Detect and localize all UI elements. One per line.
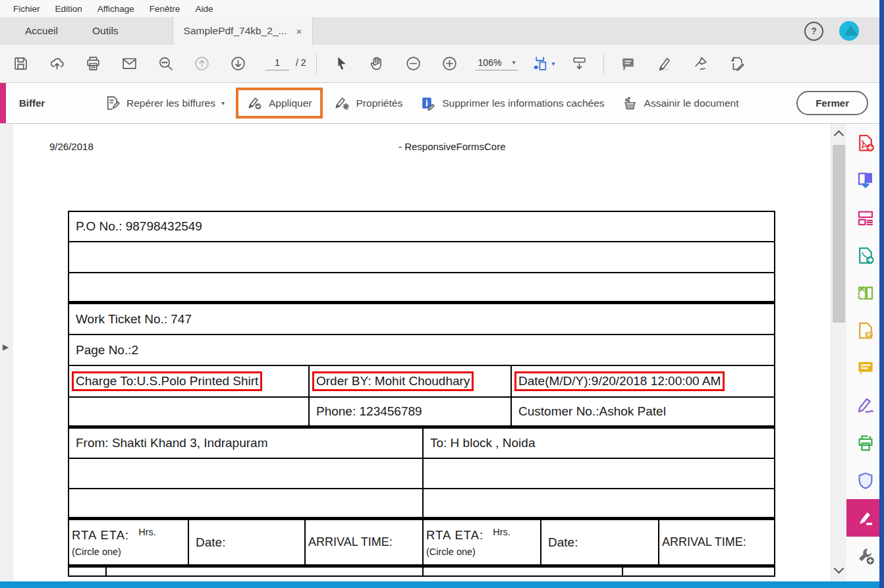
- request-signatures-icon: [856, 321, 875, 340]
- close-redact-button[interactable]: Fermer: [796, 91, 868, 115]
- apply-redactions-label: Appliquer: [269, 97, 312, 109]
- page-number-input[interactable]: [265, 57, 289, 70]
- date-label: Date:: [548, 535, 578, 550]
- page-no-value: Page No.:2: [76, 343, 138, 358]
- page-navigation: / 2: [265, 57, 306, 70]
- charge-to-value: Charge To:U.S.Polo Printed Shirt: [76, 374, 258, 388]
- menu-bar: Fichier Edition Affichage Fenêtre Aide: [0, 0, 884, 17]
- toolbar-divider: [603, 54, 604, 74]
- search-zoom-icon: [157, 55, 174, 72]
- scrollbar-thumb[interactable]: [833, 145, 845, 323]
- redact-toolbar: Biffer Repérer les biffures ▾ Appliquer …: [0, 83, 884, 124]
- select-tool-button[interactable]: [323, 55, 359, 72]
- redaction-properties-label: Propriétés: [356, 97, 403, 109]
- empty-cell: [69, 459, 424, 488]
- empty-cell: [623, 568, 774, 575]
- chevron-down-icon: ▾: [551, 60, 555, 67]
- sanitize-document-button[interactable]: Assainir le document: [622, 95, 739, 111]
- vertical-scrollbar[interactable]: [831, 124, 846, 581]
- document-title-header: - ResponsiveFormsCore: [399, 141, 506, 152]
- menu-fenetre[interactable]: Fenêtre: [144, 4, 190, 14]
- empty-cell: [69, 398, 310, 425]
- date-value: Date(M/D/Y):9/20/2018 12:00:00 AM: [518, 374, 721, 388]
- comment-bubble-icon: [856, 358, 875, 378]
- order-by-cell: Order BY: Mohit Choudhary: [310, 366, 512, 396]
- menu-affichage[interactable]: Affichage: [92, 4, 144, 14]
- tool-export-pdf[interactable]: [846, 161, 884, 199]
- avatar[interactable]: [839, 21, 859, 41]
- redaction-properties-button[interactable]: Propriétés: [334, 95, 403, 111]
- toolbar-pin-icon: [571, 55, 588, 72]
- help-icon[interactable]: ?: [804, 22, 823, 41]
- scroll-up-icon[interactable]: [834, 130, 844, 141]
- organize-pages-icon: [856, 283, 875, 303]
- zoom-in-button[interactable]: [431, 55, 468, 72]
- highlighter-icon: [656, 55, 673, 72]
- cloud-upload-button[interactable]: [39, 55, 75, 72]
- tool-request-signatures[interactable]: [846, 311, 884, 349]
- tool-more-tools[interactable]: [846, 537, 884, 574]
- close-tab-icon[interactable]: ×: [296, 26, 302, 37]
- wrench-icon: [856, 546, 875, 566]
- sign-tool-button[interactable]: [682, 55, 719, 72]
- zoom-out-button[interactable]: [395, 55, 431, 72]
- redaction-mark[interactable]: Order BY: Mohit Choudhary: [312, 371, 474, 391]
- acrobat-window: Fichier Edition Affichage Fenêtre Aide A…: [0, 0, 884, 588]
- save-button[interactable]: [3, 55, 39, 72]
- cursor-icon: [333, 55, 349, 72]
- tab-outils[interactable]: Outils: [75, 17, 136, 45]
- tool-create-pdf[interactable]: [846, 124, 884, 161]
- menu-aide[interactable]: Aide: [190, 4, 223, 14]
- tool-fill-sign[interactable]: [846, 387, 884, 424]
- menu-fichier[interactable]: Fichier: [8, 4, 50, 14]
- export-pdf-icon: [856, 171, 875, 190]
- search-zoom-button[interactable]: [148, 55, 184, 72]
- empty-cell: [69, 242, 774, 272]
- table-row: [69, 489, 774, 520]
- nav-pane-toggle-icon[interactable]: ▶: [3, 342, 9, 352]
- redact-accent-bar: [0, 83, 6, 123]
- tool-edit-pdf[interactable]: [846, 199, 884, 236]
- chevron-down-icon: ▾: [221, 99, 225, 107]
- scroll-down-icon[interactable]: [834, 564, 844, 574]
- menu-edition[interactable]: Edition: [50, 4, 92, 14]
- remove-hidden-info-button[interactable]: Supprimer les informations cachées: [420, 95, 604, 111]
- create-pdf-icon: [856, 133, 875, 153]
- customize-toolbar-button[interactable]: [561, 55, 597, 72]
- page-display-mode-button[interactable]: ▾: [532, 55, 555, 72]
- mark-for-redaction-button[interactable]: Repérer les biffures ▾: [104, 95, 225, 111]
- tab-document[interactable]: SamplePdf_74kb_2_... ×: [173, 17, 314, 45]
- tool-redact[interactable]: [846, 499, 884, 537]
- highlight-tool-button[interactable]: [646, 55, 682, 72]
- fill-sign-pen-icon: [856, 396, 875, 415]
- tool-organize-pages[interactable]: [846, 274, 884, 311]
- empty-cell: [424, 568, 623, 575]
- table-row: RTA ETA:Hrs. (Circle one) Date: ARRIVAL …: [69, 520, 774, 568]
- tab-accueil[interactable]: Accueil: [8, 17, 75, 45]
- empty-cell: [69, 568, 107, 575]
- comment-tool-button[interactable]: [610, 55, 646, 72]
- print-button[interactable]: [75, 55, 111, 72]
- document-viewport[interactable]: 9/26/2018 - ResponsiveFormsCore P.O No.:…: [13, 124, 831, 581]
- next-page-button[interactable]: [220, 55, 256, 72]
- apply-redactions-button[interactable]: Appliquer: [246, 95, 312, 111]
- hand-icon: [369, 55, 385, 72]
- circle-one-label: (Circle one): [72, 547, 121, 557]
- next-page-icon: [230, 55, 246, 72]
- redaction-mark[interactable]: Date(M/D/Y):9/20/2018 12:00:00 AM: [514, 371, 725, 391]
- previous-page-button[interactable]: [184, 55, 220, 72]
- tab-outils-label: Outils: [92, 25, 119, 37]
- chevron-down-icon: ▾: [512, 59, 515, 66]
- tool-protect[interactable]: [846, 462, 884, 499]
- tool-print-production[interactable]: [846, 424, 884, 462]
- email-button[interactable]: [111, 55, 148, 72]
- tool-comment[interactable]: [846, 349, 884, 387]
- tool-convert-pdf[interactable]: [846, 236, 884, 274]
- order-by-value: Order BY: Mohit Choudhary: [316, 374, 470, 388]
- table-row: Phone: 123456789 Customer No.:Ashok Pate…: [69, 398, 774, 429]
- circle-one-label: (Circle one): [426, 547, 476, 557]
- redaction-mark[interactable]: Charge To:U.S.Polo Printed Shirt: [72, 371, 262, 391]
- fill-sign-tool-button[interactable]: [719, 55, 755, 72]
- zoom-level-dropdown[interactable]: 106% ▾: [476, 57, 518, 70]
- hand-tool-button[interactable]: [359, 55, 395, 72]
